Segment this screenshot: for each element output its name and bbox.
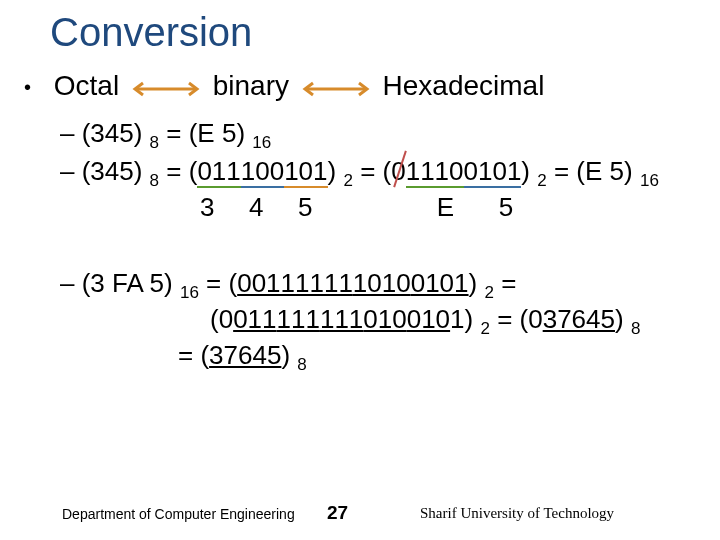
grp: 1110 — [406, 156, 464, 188]
subscript: 8 — [631, 319, 640, 338]
grp: 111 — [277, 304, 320, 334]
text: = (E 5) — [547, 156, 640, 186]
word-hexadecimal: Hexadecimal — [383, 70, 545, 101]
grp: 010 — [407, 304, 450, 334]
subscript: 16 — [640, 171, 659, 190]
subscript: 2 — [343, 171, 352, 190]
grp: 1111 — [295, 268, 353, 298]
footer-department: Department of Computer Engineering — [62, 506, 295, 522]
grp: 010 — [363, 304, 406, 334]
subscript: 8 — [150, 133, 159, 152]
text: = ( — [199, 268, 237, 298]
grp: 101 — [284, 156, 327, 188]
text: = ( — [353, 156, 391, 186]
example-3-line1: – (3 FA 5) 16 = (0011​1111​1010​0101) 2 … — [60, 268, 516, 303]
text: ) — [465, 304, 481, 334]
example-1: – (345) 8 = (E 5) 16 — [60, 118, 271, 153]
text: – (345) — [60, 156, 150, 186]
text: ) — [469, 268, 485, 298]
grp: 0101 — [411, 268, 469, 298]
bullet-octal-binary-hex: • Octal binary Hexadecimal — [24, 70, 544, 104]
digit: 5 — [499, 192, 513, 222]
subscript: 2 — [484, 283, 493, 302]
text: ) — [615, 304, 631, 334]
footer-university: Sharif University of Technology — [420, 505, 614, 522]
text: ) — [521, 156, 537, 186]
digit: 5 — [298, 192, 312, 222]
subscript: 2 — [537, 171, 546, 190]
grp: 011 — [233, 304, 276, 334]
grp: 0011 — [237, 268, 295, 298]
subscript: 2 — [480, 319, 489, 338]
text: – (345) — [60, 118, 150, 148]
double-arrow-icon — [301, 72, 371, 104]
example-3-line3: = (37645) 8 — [178, 340, 307, 375]
bullet-dot: • — [24, 76, 46, 99]
digit: 3 — [200, 192, 214, 222]
slide-title: Conversion — [50, 10, 252, 55]
text: = (E 5) — [159, 118, 252, 148]
subscript: 16 — [180, 283, 199, 302]
grp: 1010 — [353, 268, 411, 298]
text: ( — [210, 304, 219, 334]
text: – (3 FA 5) — [60, 268, 180, 298]
digit: E — [437, 192, 454, 222]
text: = (0 — [490, 304, 543, 334]
text: ) — [328, 156, 344, 186]
grp: 37645 — [209, 340, 281, 370]
page-number: 27 — [327, 502, 348, 524]
example-3-line2: (0011​111​111​010​010​1) 2 = (037645) 8 — [210, 304, 640, 339]
grp: 37645 — [543, 304, 615, 334]
subscript: 8 — [297, 355, 306, 374]
grp: 011 — [197, 156, 240, 188]
grp: 111 — [320, 304, 363, 334]
digit: 4 — [249, 192, 263, 222]
text: = — [494, 268, 516, 298]
word-binary: binary — [213, 70, 289, 101]
grp: 1 — [450, 304, 464, 334]
grp: 0101 — [464, 156, 522, 188]
text: = ( — [159, 156, 197, 186]
grp: 0 — [219, 304, 233, 334]
subscript: 16 — [252, 133, 271, 152]
subscript: 8 — [150, 171, 159, 190]
text: = ( — [178, 340, 209, 370]
digit-labels: 3 4 5 E 5 — [200, 192, 513, 223]
slide: Conversion • Octal binary Hexadecimal – … — [0, 0, 720, 540]
word-octal: Octal — [54, 70, 119, 101]
grp: 100 — [241, 156, 284, 188]
double-arrow-icon — [131, 72, 201, 104]
text: ) — [281, 340, 297, 370]
example-2: – (345) 8 = (011​100​101) 2 = (01110​010… — [60, 156, 659, 191]
